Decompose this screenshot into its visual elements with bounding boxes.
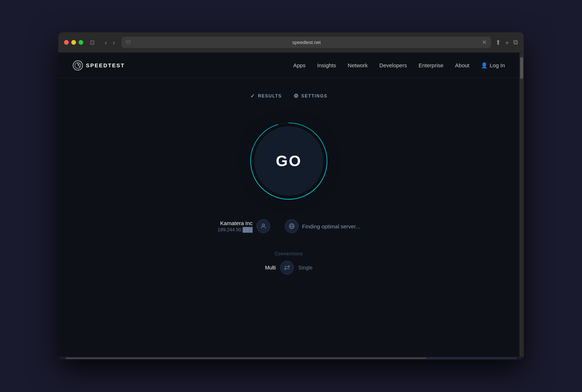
back-button[interactable]: ‹ [103,39,109,47]
logo-link[interactable]: SPEEDTEST [73,60,125,71]
isp-info: Kamatera Inc 199.244.50.███ [218,219,270,233]
results-icon: ✓ [250,93,256,99]
connections-toggle-button[interactable] [280,261,294,275]
scrollbar-thumb[interactable] [520,57,523,79]
nav-network[interactable]: Network [348,62,368,68]
svg-point-4 [262,224,264,226]
nav-login[interactable]: 👤 Log In [481,62,505,69]
sidebar-toggle-button[interactable]: ⊡ [88,38,97,47]
close-button[interactable] [64,40,69,45]
single-label: Single [298,265,312,271]
connections-toggle: Multi Single [265,261,312,275]
multi-label: Multi [265,265,276,271]
nav-enterprise[interactable]: Enterprise [419,62,443,68]
connections-section: Connections Multi S [265,251,312,275]
server-globe-icon [285,219,299,233]
browser-content: SPEEDTEST Apps Insights Network Develope… [58,53,519,357]
address-bar[interactable] [134,40,479,45]
server-info: Finding optimal server... [285,219,360,233]
server-status: Finding optimal server... [302,223,360,229]
main-content: ✓ RESULTS ⚙ SETTINGS [58,78,519,357]
traffic-lights [64,40,83,45]
horizontal-scrollbar[interactable] [58,357,524,360]
address-bar-container: 🛡 ✕ [121,37,491,48]
isp-user-icon[interactable] [256,219,270,233]
browser-actions: ⬆ ＋ ⧉ [495,38,518,47]
address-close-icon[interactable]: ✕ [482,39,487,46]
forward-button[interactable]: › [111,39,117,47]
nav-developers[interactable]: Developers [379,62,407,68]
maximize-button[interactable] [79,40,83,45]
nav-apps[interactable]: Apps [293,62,306,68]
mac-window: ⊡ ‹ › 🛡 ✕ ⬆ ＋ ⧉ [58,32,524,360]
main-navigation: SPEEDTEST Apps Insights Network Develope… [58,53,519,78]
results-button[interactable]: ✓ RESULTS [250,93,282,99]
connections-label: Connections [275,251,303,256]
nav-insights[interactable]: Insights [317,62,336,68]
browser-chrome: ⊡ ‹ › 🛡 ✕ ⬆ ＋ ⧉ [58,32,524,53]
settings-button[interactable]: ⚙ SETTINGS [294,93,328,99]
toolbar: ✓ RESULTS ⚙ SETTINGS [250,93,328,99]
go-label: GO [276,152,302,170]
isp-name: Kamatera Inc [218,220,252,226]
logo-text: SPEEDTEST [86,62,125,68]
logo-icon [73,60,83,71]
isp-details: Kamatera Inc 199.244.50.███ [218,220,252,232]
tabs-button[interactable]: ⧉ [513,39,518,46]
vertical-scrollbar[interactable] [519,53,524,357]
security-shield-icon: 🛡 [126,40,131,45]
go-button[interactable]: GO [254,127,323,196]
isp-ip: 199.244.50.███ [218,227,252,232]
new-tab-button[interactable]: ＋ [504,38,510,47]
go-button-container: GO [249,121,329,201]
browser-content-wrapper: SPEEDTEST Apps Insights Network Develope… [58,53,524,357]
browser-controls: ‹ › [103,39,117,47]
info-section: Kamatera Inc 199.244.50.███ [218,219,360,233]
svg-line-1 [78,64,80,65]
nav-about[interactable]: About [455,62,469,68]
settings-icon: ⚙ [294,93,299,99]
h-scrollbar-thumb[interactable] [65,357,426,359]
user-icon: 👤 [481,62,488,69]
nav-links: Apps Insights Network Developers Enterpr… [293,62,505,69]
speedtest-page: SPEEDTEST Apps Insights Network Develope… [58,53,519,357]
share-button[interactable]: ⬆ [495,39,501,47]
minimize-button[interactable] [71,40,76,45]
h-scrollbar-track [65,357,517,359]
